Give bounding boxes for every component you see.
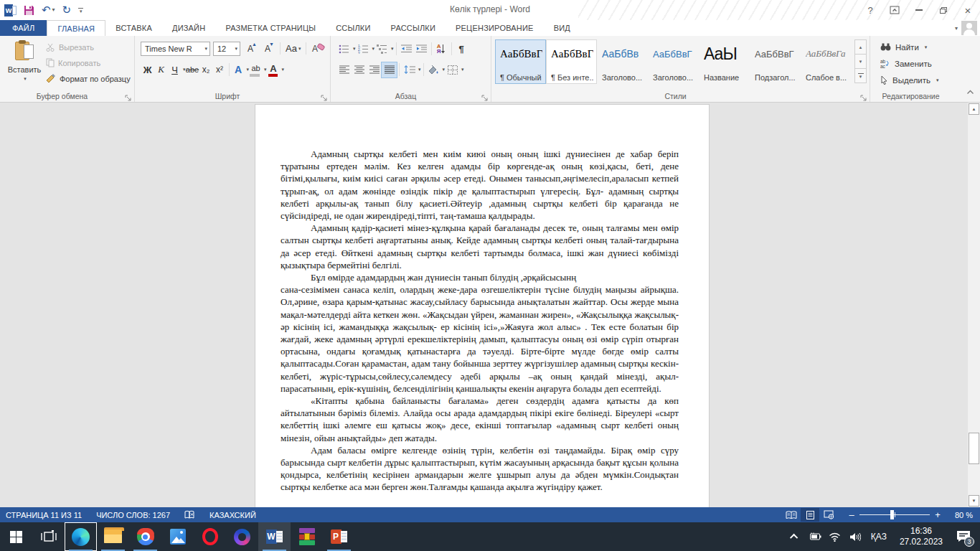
change-case-button[interactable]: Aa▾	[286, 41, 301, 56]
paragraph[interactable]: Адамның сыртқы келбеті мен киім киюі оны…	[281, 148, 679, 222]
copy-button[interactable]: Копировать	[46, 57, 131, 69]
taskbar-winrar[interactable]	[291, 522, 323, 551]
paragraph[interactable]: Адамның қадір-қасиеті мінез-құлқына қара…	[281, 222, 679, 271]
battery-icon[interactable]	[806, 522, 824, 551]
start-button[interactable]	[0, 522, 32, 551]
bullets-button[interactable]	[336, 42, 352, 57]
action-center-button[interactable]: 3	[951, 522, 976, 551]
print-layout-button[interactable]	[801, 508, 819, 522]
italic-button[interactable]: К	[154, 62, 168, 77]
justify-button[interactable]	[382, 62, 397, 77]
user-avatar[interactable]	[961, 21, 977, 35]
cut-button[interactable]: Вырезать	[46, 41, 131, 53]
paste-button[interactable]: Вставить ▾	[9, 40, 40, 90]
tab-file[interactable]: ФАЙЛ	[0, 20, 47, 36]
wifi-icon[interactable]	[826, 522, 844, 551]
restore-button[interactable]	[931, 0, 956, 20]
style-title[interactable]: АаЫ Название	[699, 40, 749, 83]
taskbar-powerpoint[interactable]: P	[323, 522, 355, 551]
taskbar-photos[interactable]	[161, 522, 194, 551]
paragraph[interactable]: Адам баласы өмірге келгенде өзінің түрін…	[281, 444, 679, 494]
tab-insert[interactable]: ВСТАВКА	[105, 20, 162, 36]
select-button[interactable]: Выделить ▾	[880, 74, 939, 86]
format-painter-button[interactable]: Формат по образцу	[46, 72, 131, 85]
clock[interactable]: 16:36 27.02.2023	[894, 526, 948, 547]
taskbar-word[interactable]: W	[258, 522, 291, 551]
taskbar-edge[interactable]	[65, 522, 97, 551]
style-no-spacing[interactable]: АаБбВвГг, ¶ Без инте...	[547, 40, 596, 83]
ribbon-display-options-button[interactable]	[882, 0, 907, 20]
help-button[interactable]: ?	[858, 0, 882, 20]
styles-scroll-down-button[interactable]: ▼	[854, 54, 867, 69]
show-marks-button[interactable]: ¶	[454, 42, 469, 57]
tab-view[interactable]: ВИД	[544, 20, 580, 36]
line-spacing-dropdown-icon[interactable]: ▾	[418, 67, 421, 72]
styles-dialog-launcher-icon[interactable]	[860, 92, 867, 99]
bold-button[interactable]: Ж	[141, 62, 154, 77]
tab-design[interactable]: ДИЗАЙН	[162, 20, 215, 36]
zoom-level[interactable]: 80 %	[947, 511, 973, 519]
scrollbar-thumb[interactable]	[969, 433, 979, 464]
strikethrough-button[interactable]: abe	[186, 62, 199, 77]
align-left-button[interactable]	[336, 62, 352, 77]
zoom-slider-handle[interactable]	[890, 510, 894, 519]
style-heading1[interactable]: АаБбВв Заголово...	[598, 40, 647, 83]
task-view-button[interactable]	[32, 522, 65, 551]
font-family-combo[interactable]: Times New R▾	[141, 42, 210, 56]
highlight-button[interactable]: ab	[249, 62, 263, 77]
clear-formatting-button[interactable]: А	[311, 42, 326, 55]
language-indicator[interactable]: КАЗАХСКИЙ	[209, 511, 256, 519]
zoom-slider[interactable]	[859, 510, 930, 519]
paragraph[interactable]: сана-сезімімен санаса келіп, олардың жек…	[281, 283, 679, 395]
text-effects-button[interactable]: А	[232, 62, 245, 77]
line-spacing-button[interactable]	[402, 62, 417, 77]
sort-button[interactable]: АЯ	[434, 42, 449, 57]
align-right-button[interactable]	[367, 62, 382, 77]
speaker-icon[interactable]	[847, 522, 864, 551]
scroll-down-icon[interactable]: ▼	[969, 495, 979, 507]
document-text[interactable]: Адамның сыртқы келбеті мен киім киюі оны…	[255, 105, 709, 494]
font-dialog-launcher-icon[interactable]	[321, 92, 328, 99]
taskbar-opera[interactable]	[194, 522, 226, 551]
tray-chevron-icon[interactable]	[786, 522, 804, 551]
style-normal[interactable]: АаБбВвГг, ¶ Обычный	[496, 40, 545, 83]
multilevel-dropdown-icon[interactable]: ▾	[391, 46, 394, 52]
align-center-button[interactable]	[352, 62, 367, 77]
minimize-button[interactable]	[907, 0, 931, 20]
shrink-font-button[interactable]: А▼	[260, 42, 275, 56]
font-color-dropdown-icon[interactable]: ▾	[282, 67, 285, 72]
style-subtle-emphasis[interactable]: АаБбВвГа Слабое в...	[801, 40, 851, 83]
borders-dropdown-icon[interactable]: ▾	[461, 67, 464, 72]
font-color-button[interactable]: А	[267, 62, 281, 77]
subscript-button[interactable]: х₂	[199, 62, 213, 77]
collapse-ribbon-icon[interactable]	[966, 85, 974, 98]
scroll-up-icon[interactable]: ▲	[969, 103, 979, 115]
styles-more-button[interactable]: ▼	[854, 68, 867, 83]
style-subtitle[interactable]: АаБбВвГ Подзагол...	[750, 40, 800, 83]
styles-scroll-up-button[interactable]: ▲	[854, 39, 867, 55]
superscript-button[interactable]: х²	[213, 62, 227, 77]
increase-indent-button[interactable]	[414, 42, 429, 57]
word-count[interactable]: ЧИСЛО СЛОВ: 1267	[96, 511, 170, 519]
page-indicator[interactable]: СТРАНИЦА 11 ИЗ 11	[6, 511, 82, 519]
zoom-out-icon[interactable]: –	[848, 510, 855, 519]
clipboard-dialog-launcher-icon[interactable]	[125, 92, 132, 99]
replace-button[interactable]: abac Заменить	[880, 57, 939, 70]
paste-dropdown-icon[interactable]: ▾	[24, 76, 27, 82]
tab-review[interactable]: РЕЦЕНЗИРОВАНИЕ	[446, 20, 544, 36]
taskbar-office[interactable]	[226, 522, 258, 551]
decrease-indent-button[interactable]	[399, 42, 414, 57]
account-dropdown-icon[interactable]: ▾	[955, 25, 958, 32]
zoom-in-icon[interactable]: +	[934, 510, 941, 519]
tab-references[interactable]: ССЫЛКИ	[326, 20, 380, 36]
font-size-combo[interactable]: 12▾	[213, 42, 240, 56]
web-layout-button[interactable]	[819, 508, 838, 522]
grow-font-button[interactable]: А▲	[243, 42, 258, 56]
tab-home[interactable]: ГЛАВНАЯ	[47, 20, 105, 36]
close-button[interactable]: ×	[956, 0, 980, 20]
taskbar-chrome[interactable]	[129, 522, 161, 551]
numbering-button[interactable]: 1.2.3.	[356, 42, 371, 57]
find-dropdown-icon[interactable]: ▾	[925, 44, 928, 50]
document-page[interactable]: Адамның сыртқы келбеті мен киім киюі оны…	[255, 104, 710, 507]
find-button[interactable]: Найти ▾	[880, 41, 939, 53]
